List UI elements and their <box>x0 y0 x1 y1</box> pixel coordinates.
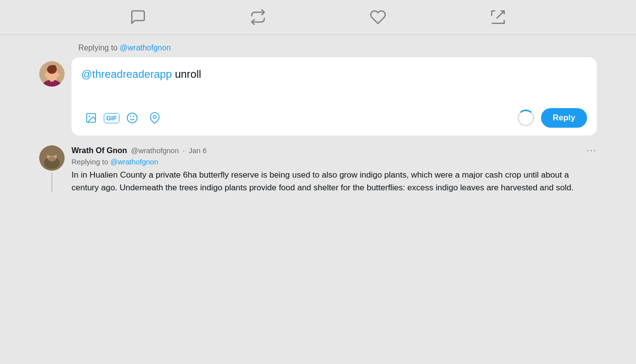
svg-point-22 <box>48 157 56 161</box>
thread-line <box>51 173 52 192</box>
comment-icon[interactable] <box>130 9 146 25</box>
tweet-content: In in Hualien County a private 6ha butte… <box>71 169 597 194</box>
page-wrapper: Replying to @wrathofgnon <box>0 0 636 364</box>
like-icon[interactable] <box>370 9 386 25</box>
svg-line-0 <box>496 11 504 19</box>
tweet-header-left: Wrath Of Gnon @wrathofgnon · Jan 6 <box>71 146 207 155</box>
svg-point-16 <box>153 115 156 118</box>
emoji-icon-button[interactable] <box>122 108 142 128</box>
tweet-replying-label: Replying to <box>71 158 110 166</box>
replying-to-mention[interactable]: @wrathofgnon <box>120 44 171 52</box>
reply-context: Replying to @wrathofgnon <box>0 35 636 52</box>
svg-point-13 <box>127 113 137 123</box>
compose-section: @threadreaderapp unroll GIF <box>0 57 636 136</box>
tweet-author-name: Wrath Of Gnon <box>71 146 127 155</box>
share-icon[interactable] <box>490 9 506 25</box>
toolbar-icons: GIF <box>81 108 165 128</box>
gif-icon-button[interactable]: GIF <box>104 113 119 123</box>
tweet-more-button[interactable]: ··· <box>587 145 597 156</box>
image-icon-button[interactable] <box>81 108 101 128</box>
action-bar <box>0 0 636 35</box>
compose-text-area[interactable]: @threadreaderapp unroll <box>81 67 587 96</box>
tweet-author-avatar <box>39 145 65 171</box>
svg-point-8 <box>51 65 56 70</box>
gif-label: GIF <box>106 114 117 122</box>
compose-toolbar: GIF <box>81 108 587 128</box>
tweet-left-column <box>39 145 65 192</box>
svg-point-10 <box>56 73 59 76</box>
svg-point-9 <box>45 73 47 76</box>
replying-to-label: Replying to <box>78 44 120 52</box>
svg-point-12 <box>89 115 90 117</box>
compose-box: @threadreaderapp unroll GIF <box>71 57 597 136</box>
reply-button[interactable]: Reply <box>541 108 587 128</box>
tweet-author-handle[interactable]: @wrathofgnon <box>131 146 179 155</box>
tweet-separator: · <box>183 146 185 155</box>
retweet-icon[interactable] <box>250 9 266 25</box>
location-icon-button[interactable] <box>145 108 165 128</box>
compose-body: unroll <box>172 68 201 80</box>
tweet-date: Jan 6 <box>188 146 207 155</box>
tweet-section: Wrath Of Gnon @wrathofgnon · Jan 6 ··· R… <box>0 136 636 194</box>
tweet-body: Wrath Of Gnon @wrathofgnon · Jan 6 ··· R… <box>71 145 597 194</box>
loading-spinner <box>518 110 534 126</box>
compose-mention: @threadreaderapp <box>81 68 172 80</box>
toolbar-right: Reply <box>518 108 587 128</box>
svg-point-21 <box>46 148 58 156</box>
tweet-replying-mention[interactable]: @wrathofgnon <box>110 158 158 166</box>
tweet-header: Wrath Of Gnon @wrathofgnon · Jan 6 ··· <box>71 145 597 156</box>
tweet-reply-context: Replying to @wrathofgnon <box>71 158 597 166</box>
user-avatar <box>39 61 65 87</box>
